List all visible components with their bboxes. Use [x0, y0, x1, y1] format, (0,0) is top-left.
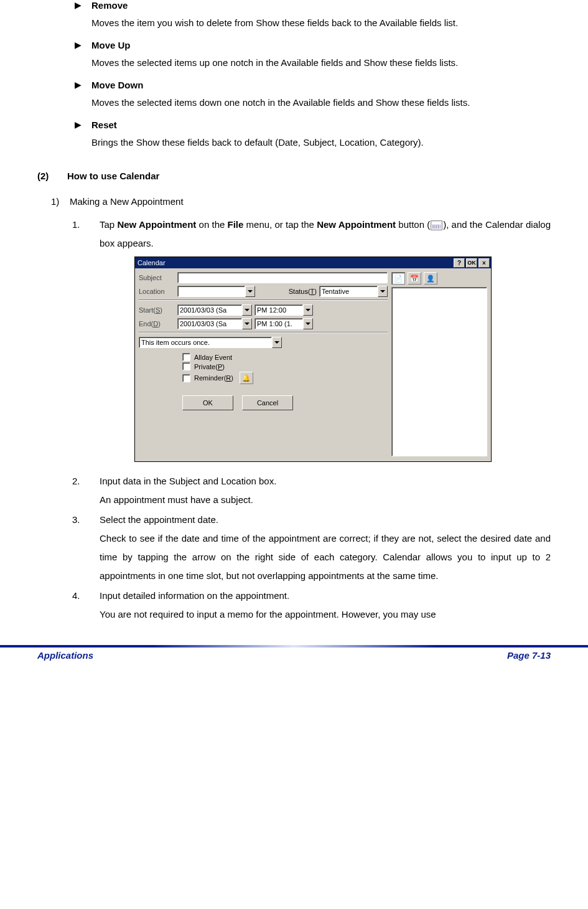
section-title: How to use Calendar [67, 171, 159, 181]
bullet-desc: Moves the item you wish to delete from S… [91, 14, 551, 32]
allday-checkbox[interactable] [182, 353, 190, 361]
cancel-button[interactable]: Cancel [242, 395, 293, 410]
ok-caption-button[interactable]: OK [466, 258, 477, 268]
location-combo[interactable] [177, 286, 255, 297]
ok-button[interactable]: OK [182, 395, 233, 410]
footer-right: Page 7-13 [507, 650, 551, 661]
step-subtext: An appointment must have a subject. [100, 491, 551, 509]
calendar-dialog-screenshot: Calendar ? OK × Subject Location [134, 257, 551, 462]
step-subtext: Check to see if the date and time of the… [100, 529, 551, 585]
reminder-checkbox[interactable] [182, 374, 190, 382]
subsection-heading: 1) Making a New Appointment [51, 196, 551, 207]
bullet-desc: Brings the Show these fields back to def… [91, 133, 551, 152]
chevron-down-icon[interactable] [272, 337, 282, 348]
step-number: 1. [72, 215, 100, 253]
status-label: Status(T) [289, 288, 317, 295]
chevron-down-icon[interactable] [303, 318, 313, 329]
step-text: Tap New Appointment on the File menu, or… [100, 215, 551, 253]
bullet-move-up: ▶ Move Up Moves the selected items up on… [75, 40, 551, 77]
chevron-down-icon[interactable] [303, 304, 313, 316]
step-text: Input detailed information on the appoin… [100, 586, 551, 605]
bullet-desc: Moves the selected items down one notch … [91, 93, 551, 112]
close-icon: × [482, 260, 486, 266]
bullet-remove: ▶ Remove Moves the item you wish to dele… [75, 0, 551, 37]
bullet-move-down: ▶ Move Down Moves the selected items dow… [75, 80, 551, 117]
section-number: (2) [37, 171, 67, 181]
separator [139, 299, 388, 301]
reminder-label: Reminder(R) [194, 374, 233, 382]
step-text: Select the appointment date. [100, 511, 551, 529]
start-label: Start(S) [139, 306, 175, 314]
calendar-icon[interactable]: 📅 [408, 272, 421, 285]
step-2: 2. Input data in the Subject and Locatio… [72, 472, 551, 491]
new-appointment-icon [431, 220, 442, 230]
contact-icon[interactable]: 👤 [424, 272, 437, 285]
subsection-title: Making a New Appointment [70, 196, 184, 207]
memo-textarea[interactable] [391, 287, 487, 456]
dialog-title: Calendar [138, 259, 452, 266]
allday-label: Allday Event [194, 354, 232, 361]
subject-input[interactable] [177, 272, 388, 283]
subsection-number: 1) [51, 196, 70, 207]
subject-label: Subject [139, 274, 175, 281]
close-button[interactable]: × [478, 258, 490, 268]
triangle-icon: ▶ [75, 0, 82, 37]
triangle-icon: ▶ [75, 120, 82, 157]
bullet-title: Move Up [91, 40, 551, 50]
recurrence-combo[interactable]: This item occurs once. [139, 337, 282, 348]
triangle-icon: ▶ [75, 80, 82, 117]
private-checkbox[interactable] [182, 362, 190, 370]
step-4: 4. Input detailed information on the app… [72, 586, 551, 605]
private-label: Private(P) [194, 363, 225, 370]
page-footer: Applications Page 7-13 [0, 645, 588, 669]
end-time-combo[interactable]: PM 1:00 (1. [254, 318, 313, 329]
step-number: 3. [72, 511, 100, 529]
allday-checkbox-row: Allday Event [182, 353, 388, 361]
location-label: Location [139, 288, 175, 295]
chevron-down-icon[interactable] [378, 286, 388, 297]
step-subtext: You are not required to input a memo for… [100, 605, 551, 624]
step-number: 2. [72, 472, 100, 491]
step-1: 1. Tap New Appointment on the File menu,… [72, 215, 551, 253]
separator [139, 332, 388, 333]
reminder-checkbox-row: Reminder(R) 🔔 [182, 372, 388, 384]
attach-icon[interactable]: 📄 [391, 272, 405, 285]
status-combo[interactable]: Tentative [319, 286, 388, 297]
bullet-desc: Moves the selected items up one notch in… [91, 54, 551, 72]
triangle-icon: ▶ [75, 40, 82, 77]
chevron-down-icon[interactable] [242, 304, 252, 316]
section-heading: (2) How to use Calendar [37, 171, 551, 181]
chevron-down-icon[interactable] [245, 286, 255, 297]
bullet-title: Reset [91, 120, 551, 130]
footer-left: Applications [37, 650, 93, 661]
end-label: End(D) [139, 320, 175, 327]
end-date-combo[interactable]: 2001/03/03 (Sa [177, 318, 252, 329]
step-text: Input data in the Subject and Location b… [100, 472, 551, 491]
footer-rule [0, 645, 588, 648]
bullet-title: Remove [91, 0, 551, 11]
chevron-down-icon[interactable] [242, 318, 252, 329]
private-checkbox-row: Private(P) [182, 362, 388, 370]
step-number: 4. [72, 586, 100, 605]
start-date-combo[interactable]: 2001/03/03 (Sa [177, 304, 252, 316]
bullet-reset: ▶ Reset Brings the Show these fields bac… [75, 120, 551, 157]
step-3: 3. Select the appointment date. [72, 511, 551, 529]
dialog-titlebar: Calendar ? OK × [135, 257, 491, 268]
start-time-combo[interactable]: PM 12:00 [254, 304, 313, 316]
bell-icon[interactable]: 🔔 [240, 372, 253, 384]
bullet-title: Move Down [91, 80, 551, 90]
help-button[interactable]: ? [454, 258, 465, 268]
